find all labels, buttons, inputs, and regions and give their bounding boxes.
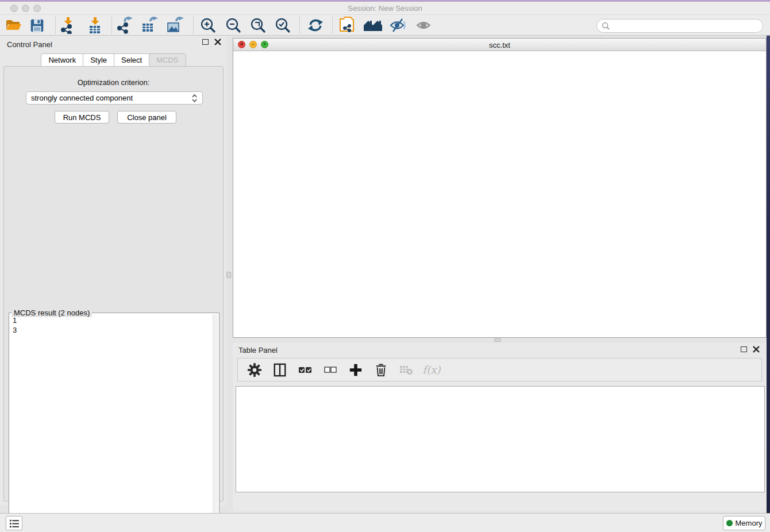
fx-icon: f(x) — [423, 364, 441, 376]
optimization-criterion-label: Optimization criterion: — [4, 78, 223, 87]
network-window-titlebar[interactable]: ✕ − + scc.txt — [233, 38, 766, 51]
search-box[interactable] — [596, 19, 763, 33]
select-all-rows-button[interactable] — [297, 362, 314, 378]
mcds-result-scrollbar[interactable] — [213, 314, 218, 528]
export-network-icon — [117, 17, 134, 34]
memory-button[interactable]: Memory — [723, 516, 765, 530]
control-panel-tabs: NetworkStyleSelectMCDS — [0, 53, 227, 67]
houses-icon — [363, 18, 383, 33]
vertical-splitter-handle[interactable] — [226, 272, 231, 278]
export-table-button[interactable] — [139, 16, 161, 34]
table-header-row — [236, 387, 764, 398]
optimization-criterion-dropdown[interactable]: strongly connected component — [26, 91, 203, 105]
horizontal-splitter-handle[interactable] — [494, 338, 501, 342]
trash-icon — [375, 363, 387, 377]
network-view-window: ✕ − + scc.txt — [233, 38, 767, 338]
desktop-background-right — [767, 36, 770, 513]
control-panel: Control Panel NetworkStyleSelectMCDS Opt… — [0, 36, 227, 506]
delete-table-button-disabled — [398, 362, 415, 378]
eye-icon — [415, 18, 432, 33]
table-panel-title: Table Panel — [238, 346, 278, 354]
import-table-button[interactable] — [84, 16, 106, 34]
refresh-icon — [307, 17, 324, 33]
zoom-in-button[interactable] — [197, 16, 219, 34]
open-folder-icon — [5, 18, 22, 33]
session-title: Session: New Session — [0, 4, 770, 13]
network-canvas[interactable] — [234, 51, 766, 337]
export-image-icon — [166, 17, 184, 34]
zoom-selected-icon — [275, 17, 291, 33]
export-network-button[interactable] — [114, 16, 136, 34]
dropdown-selected-value: strongly connected component — [31, 94, 191, 102]
network-graph — [234, 51, 766, 337]
zoom-in-icon — [200, 17, 216, 33]
status-bar: Memory — [0, 513, 770, 532]
export-table-icon — [141, 17, 159, 34]
toolbar-separator — [332, 17, 333, 34]
network-from-selection-icon — [338, 16, 356, 34]
dropdown-stepper-icon — [191, 94, 198, 103]
show-all-button[interactable] — [413, 16, 434, 34]
checked-boxes-icon — [298, 363, 313, 377]
tab-network[interactable]: Network — [41, 53, 83, 67]
unchecked-boxes-icon — [324, 364, 337, 376]
tab-mcds[interactable]: MCDS — [149, 53, 186, 67]
mcds-tab-content: Optimization criterion: strongly connect… — [3, 66, 224, 502]
mcds-result-box: MCDS result (2 nodes) 13 — [9, 313, 220, 530]
eye-slash-icon — [389, 18, 406, 33]
new-network-from-selection-button[interactable] — [336, 16, 358, 34]
control-panel-title: Control Panel — [7, 40, 52, 49]
zoom-out-icon — [225, 17, 241, 33]
network-title: scc.txt — [233, 41, 766, 49]
create-column-button[interactable] — [347, 362, 364, 378]
float-table-panel-icon[interactable] — [741, 346, 747, 352]
zoom-selected-button[interactable] — [272, 16, 294, 34]
save-session-button[interactable] — [26, 16, 48, 34]
gear-icon — [247, 363, 262, 377]
close-panel-button[interactable]: Close panel — [117, 111, 176, 124]
float-panel-icon[interactable] — [202, 39, 209, 45]
table-settings-button[interactable] — [246, 362, 263, 378]
zoom-fit-button[interactable] — [247, 16, 269, 34]
export-image-button[interactable] — [164, 16, 186, 34]
refresh-button[interactable] — [305, 16, 326, 34]
list-icon — [9, 519, 20, 528]
task-history-button[interactable] — [6, 516, 22, 530]
save-floppy-icon — [29, 18, 45, 33]
columns-icon — [273, 363, 287, 377]
zoom-out-button[interactable] — [222, 16, 244, 34]
hide-selected-button[interactable] — [387, 16, 409, 34]
mcds-result-text[interactable]: 13 — [10, 315, 212, 528]
node-table[interactable] — [236, 386, 765, 492]
search-input[interactable] — [613, 22, 763, 30]
close-panel-icon[interactable] — [214, 38, 221, 45]
function-builder-button-disabled: f(x) — [423, 362, 440, 378]
memory-label: Memory — [736, 519, 763, 527]
tab-style[interactable]: Style — [83, 53, 114, 67]
close-table-panel-icon[interactable] — [753, 346, 760, 353]
main-toolbar — [0, 15, 770, 36]
tab-select[interactable]: Select — [114, 53, 149, 67]
table-toolbar: f(x) — [237, 358, 762, 381]
zoom-fit-icon — [250, 17, 266, 33]
app-titlebar: Session: New Session — [0, 2, 770, 15]
mcds-result-line: 3 — [13, 325, 212, 335]
first-neighbors-button[interactable] — [362, 16, 384, 34]
import-network-button[interactable] — [57, 16, 79, 34]
delete-column-button[interactable] — [372, 362, 390, 378]
memory-status-dot — [726, 520, 733, 526]
search-icon — [602, 22, 610, 30]
plus-icon — [349, 363, 363, 377]
import-table-icon — [87, 17, 104, 34]
show-columns-button[interactable] — [271, 362, 288, 378]
toolbar-separator — [111, 17, 112, 34]
delete-table-icon — [399, 364, 414, 376]
import-network-icon — [60, 17, 77, 34]
toolbar-separator — [193, 17, 194, 34]
open-session-button[interactable] — [2, 16, 24, 34]
toolbar-separator — [299, 17, 300, 34]
run-mcds-button[interactable]: Run MCDS — [55, 111, 109, 124]
mcds-result-line: 1 — [13, 315, 212, 325]
toolbar-separator — [55, 17, 56, 34]
deselect-all-rows-button[interactable] — [322, 362, 339, 378]
